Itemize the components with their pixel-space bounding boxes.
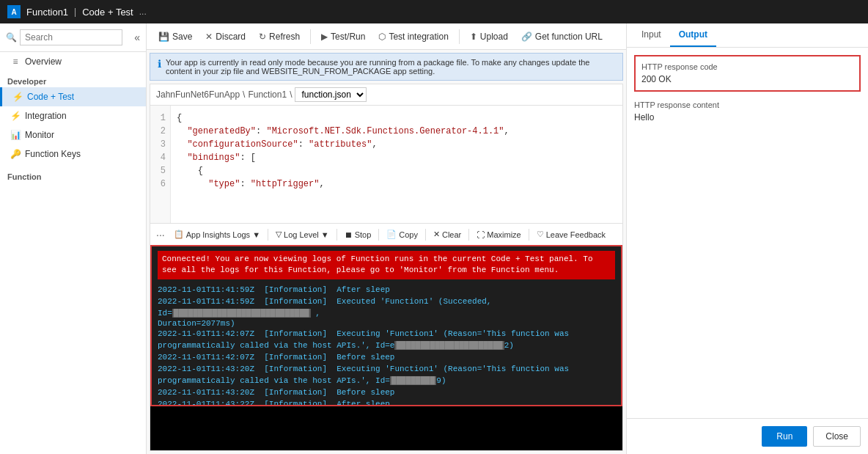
- log-separator-5: [468, 229, 469, 241]
- log-line: Duration=2077ms): [158, 319, 615, 328]
- log-line: 2022-11-01T11:43:22Z [Information] After…: [158, 398, 615, 406]
- log-line: 2022-11-01T11:43:20Z [Information] Befor…: [158, 387, 615, 398]
- right-panel: Input Output HTTP response code 200 OK H…: [626, 23, 868, 454]
- feedback-icon: ♡: [537, 230, 544, 239]
- app-title: Function1: [26, 7, 68, 18]
- code-line: {: [177, 164, 617, 177]
- line-numbers: 123456: [150, 106, 171, 223]
- sidebar-item-label: Overview: [25, 56, 62, 67]
- log-panel[interactable]: Connected! You are now viewing logs of F…: [150, 245, 622, 406]
- log-line: 2022-11-01T11:43:20Z [Information] Execu…: [158, 363, 615, 387]
- http-response-code-box: HTTP response code 200 OK: [634, 55, 861, 92]
- log-line: 2022-11-01T11:42:07Z [Information] Befor…: [158, 351, 615, 363]
- code-line: "type": "httpTrigger",: [177, 177, 617, 191]
- get-function-url-button[interactable]: 🔗 Get function URL: [515, 29, 608, 45]
- sidebar-collapse-button[interactable]: «: [134, 32, 140, 43]
- right-panel-footer: Run Close: [627, 418, 868, 454]
- code-content[interactable]: { "generatedBy": "Microsoft.NET.Sdk.Func…: [171, 106, 622, 223]
- code-line: "configurationSource": "attributes",: [177, 138, 617, 151]
- title-separator: |: [74, 7, 76, 17]
- clear-icon: ✕: [433, 230, 440, 239]
- overview-icon: ≡: [10, 56, 21, 67]
- log-separator-1: [268, 229, 268, 241]
- upload-icon: ⬆: [470, 32, 477, 42]
- function-section-label: Function: [0, 164, 146, 184]
- save-button[interactable]: 💾 Save: [152, 29, 198, 45]
- log-line: 2022-11-01T11:41:59Z [Information] Execu…: [158, 296, 615, 319]
- right-panel-tabs: Input Output: [627, 23, 868, 48]
- log-line: 2022-11-01T11:41:59Z [Information] After…: [158, 284, 615, 296]
- log-toolbar: ··· 📋 App Insights Logs ▼ ▽ Log Level ▼: [150, 223, 622, 245]
- page-subtitle: Code + Test: [82, 7, 133, 18]
- sidebar-item-label: Monitor: [25, 130, 54, 140]
- log-separator-3: [378, 229, 379, 241]
- app-insights-button[interactable]: 📋 App Insights Logs ▼: [169, 228, 265, 241]
- right-panel-content: HTTP response code 200 OK HTTP response …: [627, 48, 868, 418]
- code-editor: JahnFunNet6FunApp \ Function1 \ function…: [150, 84, 623, 451]
- maximize-button[interactable]: ⛶ Maximize: [472, 229, 525, 241]
- copy-button[interactable]: 📄 Copy: [382, 228, 422, 241]
- test-integration-button[interactable]: ⬡ Test integration: [372, 29, 454, 45]
- discard-icon: ✕: [205, 32, 213, 42]
- tab-input[interactable]: Input: [633, 23, 670, 47]
- upload-button[interactable]: ⬆ Upload: [464, 29, 514, 45]
- sidebar-search-area: 🔍 «: [0, 23, 146, 52]
- maximize-icon: ⛶: [477, 230, 485, 239]
- log-bottom-area: [150, 406, 622, 450]
- refresh-button[interactable]: ↻ Refresh: [253, 29, 306, 45]
- sidebar-item-overview[interactable]: ≡ Overview: [0, 52, 146, 71]
- leave-feedback-button[interactable]: ♡ Leave Feedback: [532, 228, 610, 241]
- stop-icon: ⏹: [345, 230, 353, 239]
- toolbar-separator-2: [459, 29, 460, 44]
- search-icon: 🔍: [6, 32, 17, 43]
- editor-panel: JahnFunNet6FunApp \ Function1 \ function…: [147, 81, 626, 454]
- keys-icon: 🔑: [10, 149, 21, 159]
- url-icon: 🔗: [521, 32, 532, 42]
- developer-section-label: Developer: [0, 71, 146, 87]
- title-ellipsis: ...: [139, 7, 147, 17]
- discard-button[interactable]: ✕ Discard: [199, 29, 251, 45]
- save-icon: 💾: [158, 32, 169, 42]
- code-line: "generatedBy": "Microsoft.NET.Sdk.Functi…: [177, 125, 617, 138]
- copy-icon: 📄: [386, 230, 397, 239]
- log-separator-4: [425, 229, 426, 241]
- file-selector[interactable]: function.json: [295, 87, 367, 102]
- filter-icon: ▽: [276, 230, 282, 239]
- test-run-button[interactable]: ▶ Test/Run: [315, 29, 371, 45]
- test-run-icon: ▶: [321, 32, 328, 42]
- search-input[interactable]: [20, 29, 122, 45]
- sidebar: 🔍 « ≡ Overview Developer ⚡ Code + Test ⚡…: [0, 23, 147, 454]
- info-icon: ℹ: [158, 58, 161, 70]
- info-bar: ℹ Your app is currently in read only mod…: [150, 53, 623, 81]
- main-layout: 🔍 « ≡ Overview Developer ⚡ Code + Test ⚡…: [0, 23, 868, 454]
- code-icon: ⚡: [12, 92, 23, 102]
- http-response-content-label: HTTP response content: [634, 100, 861, 109]
- stop-button[interactable]: ⏹ Stop: [340, 229, 376, 241]
- tab-output[interactable]: Output: [670, 23, 716, 47]
- http-response-content-value: Hello: [634, 112, 861, 122]
- close-button[interactable]: Close: [813, 426, 861, 447]
- code-line: "bindings": [: [177, 151, 617, 164]
- toolbar-separator: [310, 29, 311, 44]
- sidebar-item-code-test[interactable]: ⚡ Code + Test: [0, 87, 146, 106]
- http-response-code-label: HTTP response code: [641, 62, 853, 71]
- sidebar-item-label: Function Keys: [25, 149, 81, 159]
- log-separator-6: [529, 229, 529, 241]
- http-response-code-value: 200 OK: [641, 74, 853, 84]
- log-level-button[interactable]: ▽ Log Level ▼: [271, 228, 334, 241]
- test-integration-icon: ⬡: [378, 32, 386, 42]
- monitor-icon: 📊: [10, 130, 21, 140]
- sidebar-item-integration[interactable]: ⚡ Integration: [0, 106, 146, 125]
- code-line: {: [177, 111, 617, 125]
- run-button[interactable]: Run: [762, 426, 807, 447]
- sidebar-item-monitor[interactable]: 📊 Monitor: [0, 125, 146, 144]
- code-area: 123456 { "generatedBy": "Microsoft.NET.S…: [150, 106, 622, 223]
- log-toolbar-dots: ···: [153, 229, 168, 241]
- refresh-icon: ↻: [259, 32, 266, 42]
- sidebar-item-function-keys[interactable]: 🔑 Function Keys: [0, 144, 146, 164]
- breadcrumb-app: JahnFunNet6FunApp: [156, 89, 240, 100]
- clear-button[interactable]: ✕ Clear: [429, 228, 466, 241]
- log-line: 2022-11-01T11:42:07Z [Information] Execu…: [158, 328, 615, 351]
- breadcrumb-sep2: \: [290, 89, 292, 100]
- breadcrumb-sep1: \: [243, 89, 245, 100]
